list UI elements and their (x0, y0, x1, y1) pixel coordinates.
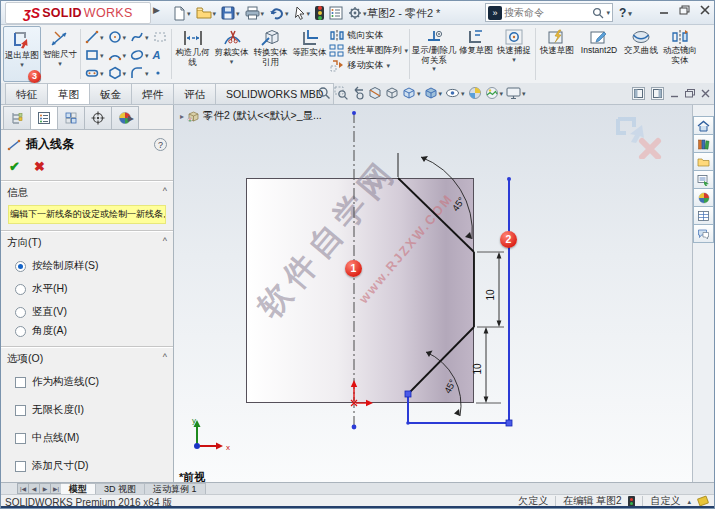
appearances-button[interactable] (693, 188, 714, 207)
document-minimize-button[interactable] (670, 89, 679, 98)
select-button[interactable]: ▾ (293, 5, 312, 21)
panel-flyout-arrow[interactable]: ▶ (128, 114, 134, 123)
sketch-endpoint-marker[interactable] (507, 177, 511, 181)
slot-tool[interactable]: ▾ (84, 64, 105, 82)
configurationmanager-tab[interactable] (57, 106, 85, 129)
line-tool[interactable]: ▾ (84, 28, 105, 46)
sketch-chamfer-top[interactable] (398, 178, 474, 252)
view-settings-button[interactable]: ▾ (506, 86, 526, 100)
arc-tool[interactable]: ▾ (107, 46, 128, 64)
expand-right-panel-button[interactable] (651, 87, 664, 100)
smart-dimension-button[interactable]: 智能尺寸 ▾ (41, 26, 79, 82)
ellipse-tool[interactable]: ▾ (129, 46, 150, 64)
display-style-button[interactable]: ▾ (424, 86, 443, 100)
design-library-button[interactable] (693, 134, 714, 153)
search-icon[interactable] (592, 7, 604, 19)
propertymanager-tab[interactable] (30, 106, 58, 129)
hide-show-items-button[interactable]: ▾ (445, 86, 465, 100)
dynamic-mirror-button[interactable]: 动态镜向实体 (660, 26, 700, 82)
tab-sketch[interactable]: 草图 (47, 83, 90, 104)
new-document-button[interactable]: ▾ (171, 5, 192, 22)
text-tool[interactable]: A (152, 46, 168, 64)
fillet-tool[interactable]: ▾ (129, 64, 150, 82)
featuremanager-tab[interactable] (3, 106, 31, 129)
linear-sketch-pattern-button[interactable]: 线性草图阵列 ▾ (329, 44, 409, 57)
sketch-endpoint-marker[interactable] (405, 391, 411, 397)
displaymanager-tab[interactable] (111, 106, 139, 129)
search-input[interactable] (504, 7, 590, 18)
centerline-endpoint[interactable] (352, 111, 356, 115)
3d-views-tab[interactable]: 3D 视图 (96, 483, 145, 494)
collapse-chevron-icon[interactable]: ^ (163, 236, 167, 250)
radio-as-sketched[interactable]: 按绘制原样(S) (15, 259, 167, 273)
print-button[interactable]: ▾ (244, 5, 266, 21)
mirror-entities-button[interactable]: 镜向实体 (329, 29, 409, 42)
document-close-button[interactable] (701, 89, 710, 98)
dimension-10-top[interactable]: 10 (485, 252, 501, 327)
radio-angle[interactable]: 角度(A) (15, 324, 167, 338)
help-icon[interactable]: ? (154, 138, 167, 151)
search-scope-caret[interactable]: ▾ (606, 9, 610, 16)
sketch-chamfer-bottom[interactable] (408, 327, 474, 394)
collapse-chevron-icon[interactable]: ^ (163, 186, 167, 200)
sketch-endpoint-marker[interactable] (506, 420, 512, 426)
construction-geometry-button[interactable]: 构造几何线 (173, 26, 213, 82)
quick-snaps-button[interactable]: 快速捕捉 ▾ (495, 26, 533, 82)
exit-sketch-button[interactable]: 退出草图 ▾ 3 (3, 26, 41, 82)
dimension-45-bottom[interactable]: 45° (426, 351, 461, 417)
intersection-curve-button[interactable]: 交叉曲线 (622, 26, 660, 82)
file-properties-button[interactable] (328, 5, 344, 21)
help-button[interactable]: ? (619, 6, 626, 20)
collapse-left-panel-button[interactable] (632, 87, 645, 100)
point-tool[interactable] (152, 64, 168, 82)
restore-button[interactable] (679, 5, 690, 15)
open-document-button[interactable]: ▾ (195, 5, 218, 21)
collapse-chevron-icon[interactable]: ^ (163, 352, 167, 366)
section-view-button[interactable] (368, 86, 382, 100)
instant2d-button[interactable]: Instant2D (576, 26, 622, 82)
menu-flyout-icon[interactable]: ▶ (153, 5, 160, 15)
trim-entities-button[interactable]: 剪裁实体 ▾ (213, 26, 251, 82)
display-delete-relations-button[interactable]: 显示/删除几何关系 ▾ (411, 26, 457, 82)
motion-study-tab[interactable]: 运动算例 1 (145, 483, 206, 494)
convert-entities-button[interactable]: 转换实体引用 (251, 26, 291, 82)
offset-entities-button[interactable]: 等距实体 (291, 26, 329, 82)
3d-drawing-view-button[interactable] (385, 86, 399, 100)
tag-icon[interactable] (697, 496, 709, 507)
sketch-origin[interactable] (351, 380, 373, 406)
radio-icon[interactable] (15, 261, 26, 272)
sketch-endpoint-marker[interactable] (406, 421, 410, 425)
checkbox-infinite-length[interactable]: 无限长度(I) (15, 403, 167, 417)
checkbox-icon[interactable] (15, 377, 26, 388)
model-tab[interactable]: 模型 (61, 483, 96, 494)
edit-appearance-button[interactable] (468, 86, 482, 100)
checkbox-icon[interactable] (15, 461, 26, 472)
tab-evaluate[interactable]: 评估 (173, 83, 216, 104)
ok-button[interactable]: ✔ (9, 159, 20, 174)
sketch-picture-tool[interactable] (152, 28, 168, 46)
document-restore-button[interactable] (685, 89, 695, 98)
spline-tool[interactable]: ▾ (129, 28, 150, 46)
undo-button[interactable]: ▾ (268, 5, 290, 21)
minimize-button[interactable] (659, 5, 669, 15)
checkbox-midpoint-line[interactable]: 中点线(M) (15, 431, 167, 445)
dimxpertmanager-tab[interactable] (84, 106, 112, 129)
close-button[interactable] (700, 5, 710, 15)
view-palette-button[interactable] (693, 170, 714, 189)
solidworks-resources-button[interactable] (693, 116, 714, 135)
apply-scene-button[interactable]: ▾ (485, 86, 504, 100)
checkbox-icon[interactable] (15, 405, 26, 416)
radio-icon[interactable] (15, 307, 26, 318)
save-button[interactable]: ▾ (220, 5, 241, 21)
radio-icon[interactable] (15, 284, 26, 295)
tab-features[interactable]: 特征 (5, 83, 48, 104)
move-entities-button[interactable]: 移动实体 ▾ (329, 59, 409, 72)
rectangle-tool[interactable]: ▾ (84, 46, 105, 64)
polygon-tool[interactable]: ▾ (107, 64, 128, 82)
radio-horizontal[interactable]: 水平(H) (15, 282, 167, 296)
checkbox-add-dimensions[interactable]: 添加尺寸(D) (15, 459, 167, 473)
file-explorer-button[interactable] (693, 152, 714, 171)
repair-sketch-button[interactable]: 修复草图 (457, 26, 495, 82)
centerline-endpoint[interactable] (352, 425, 357, 430)
custom-properties-button[interactable] (693, 206, 714, 225)
